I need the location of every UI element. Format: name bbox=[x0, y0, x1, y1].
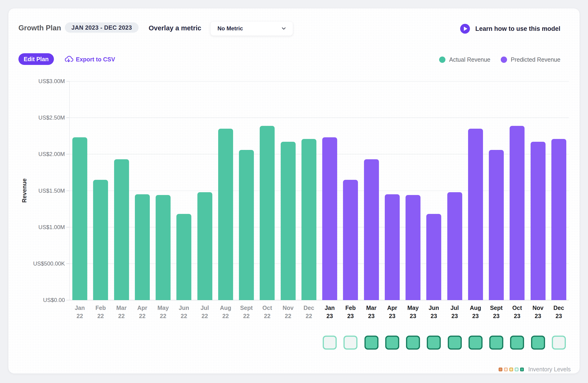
y-tick bbox=[66, 117, 69, 118]
y-axis-line bbox=[69, 81, 70, 300]
inventory-cell-mar-23[interactable] bbox=[364, 336, 378, 350]
metric-dropdown[interactable]: No Metric bbox=[210, 21, 293, 36]
overlay-metric-label: Overlay a metric bbox=[149, 24, 201, 32]
legend-predicted-revenue[interactable]: Predicted Revenue bbox=[501, 56, 561, 63]
x-label-dec-23: Dec23 bbox=[545, 304, 573, 320]
gridline-US$3.00M bbox=[69, 81, 569, 82]
inventory-cell-feb-23[interactable] bbox=[343, 336, 357, 350]
inventory-cell-oct-23[interactable] bbox=[510, 336, 524, 350]
y-tick bbox=[66, 263, 69, 264]
y-tick-label: US$2.50M bbox=[14, 114, 65, 121]
growth-plan-card: Growth Plan JAN 2023 - DEC 2023 Overlay … bbox=[8, 8, 580, 374]
page-title: Growth Plan bbox=[19, 24, 61, 32]
y-tick bbox=[66, 300, 69, 300]
actual-revenue-swatch bbox=[439, 57, 445, 63]
inventory-cell-may-23[interactable] bbox=[406, 336, 420, 350]
bar-mar-23[interactable] bbox=[364, 159, 379, 300]
bar-may-23[interactable] bbox=[405, 195, 420, 300]
bar-sept-23[interactable] bbox=[489, 150, 504, 300]
bar-jun-22[interactable] bbox=[176, 214, 191, 300]
date-range-badge: JAN 2023 - DEC 2023 bbox=[65, 23, 139, 33]
inventory-swatch-level-1 bbox=[499, 368, 502, 371]
bar-jun-23[interactable] bbox=[426, 214, 441, 300]
inventory-swatch-level-2 bbox=[504, 368, 508, 371]
bar-oct-23[interactable] bbox=[510, 126, 525, 300]
bar-mar-22[interactable] bbox=[114, 159, 129, 300]
export-csv-button[interactable]: Export to CSV bbox=[64, 55, 115, 64]
inventory-cell-apr-23[interactable] bbox=[385, 336, 399, 350]
bar-sept-22[interactable] bbox=[239, 150, 254, 300]
bar-aug-23[interactable] bbox=[468, 129, 483, 300]
cloud-download-icon bbox=[64, 55, 74, 64]
metric-dropdown-value: No Metric bbox=[210, 25, 281, 32]
export-csv-label: Export to CSV bbox=[76, 56, 115, 63]
legend-actual-revenue[interactable]: Actual Revenue bbox=[439, 56, 490, 63]
bar-jul-23[interactable] bbox=[447, 192, 462, 300]
y-tick bbox=[66, 81, 69, 82]
bar-nov-23[interactable] bbox=[531, 142, 546, 300]
inventory-cell-jul-23[interactable] bbox=[448, 336, 462, 350]
inventory-swatch-level-5 bbox=[520, 368, 524, 371]
bar-dec-23[interactable] bbox=[551, 139, 566, 300]
bar-apr-23[interactable] bbox=[385, 194, 400, 300]
inventory-legend: Inventory Levels bbox=[499, 366, 571, 373]
inventory-cell-nov-23[interactable] bbox=[531, 336, 545, 350]
bar-feb-23[interactable] bbox=[343, 180, 358, 300]
bar-apr-22[interactable] bbox=[135, 194, 150, 300]
bar-jan-23[interactable] bbox=[322, 137, 337, 300]
y-tick bbox=[66, 191, 69, 191]
actual-revenue-label: Actual Revenue bbox=[449, 56, 490, 63]
bar-nov-22[interactable] bbox=[281, 142, 296, 300]
y-tick-label: US$3.00M bbox=[14, 78, 65, 85]
inventory-legend-label: Inventory Levels bbox=[528, 366, 571, 373]
y-tick bbox=[66, 154, 69, 154]
y-tick-label: US$0.00 bbox=[14, 297, 65, 303]
bar-oct-22[interactable] bbox=[260, 126, 275, 300]
inventory-cell-aug-23[interactable] bbox=[468, 336, 483, 350]
inventory-cell-jan-23[interactable] bbox=[323, 336, 337, 350]
bar-jan-22[interactable] bbox=[72, 137, 87, 300]
bar-dec-22[interactable] bbox=[301, 139, 316, 300]
y-tick-label: US$1.00M bbox=[14, 224, 65, 230]
gridline-US$2.50M bbox=[69, 117, 569, 118]
bar-jul-22[interactable] bbox=[197, 192, 212, 300]
predicted-revenue-label: Predicted Revenue bbox=[511, 56, 561, 63]
inventory-legend-swatches bbox=[499, 368, 525, 371]
edit-plan-button[interactable]: Edit Plan bbox=[19, 53, 54, 65]
bar-feb-22[interactable] bbox=[93, 180, 108, 300]
inventory-cell-dec-23[interactable] bbox=[552, 336, 566, 350]
inventory-cell-jun-23[interactable] bbox=[427, 336, 441, 350]
inventory-swatch-level-4 bbox=[515, 368, 519, 371]
y-tick bbox=[66, 227, 69, 227]
learn-link[interactable]: Learn how to use this model bbox=[460, 23, 561, 34]
bar-may-22[interactable] bbox=[156, 195, 170, 300]
y-tick-label: US$500.00K bbox=[14, 260, 65, 267]
inventory-swatch-level-3 bbox=[509, 368, 513, 371]
play-icon bbox=[460, 23, 470, 34]
y-tick-label: US$1.50M bbox=[14, 187, 65, 194]
inventory-cell-sept-23[interactable] bbox=[489, 336, 503, 350]
predicted-revenue-swatch bbox=[501, 57, 507, 63]
chevron-down-icon bbox=[281, 25, 287, 32]
bar-aug-22[interactable] bbox=[218, 129, 233, 300]
learn-link-label: Learn how to use this model bbox=[475, 25, 561, 32]
y-tick-label: US$2.00M bbox=[14, 151, 65, 158]
